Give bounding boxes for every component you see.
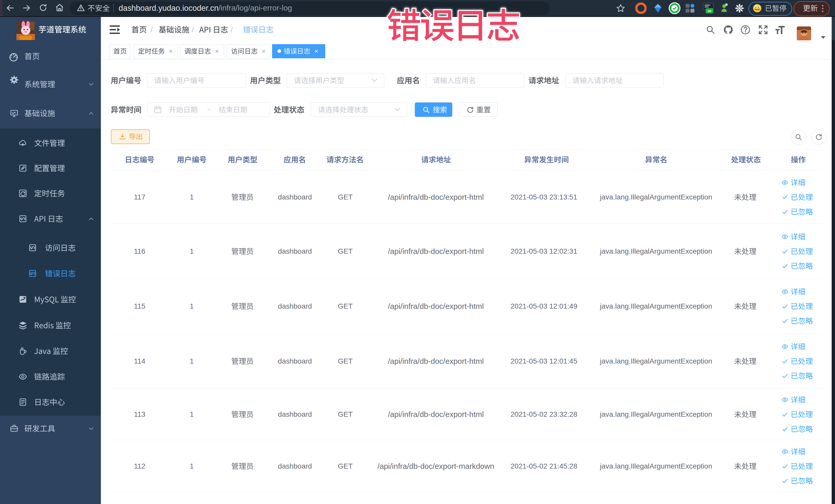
svg-text:on: on — [708, 9, 712, 13]
